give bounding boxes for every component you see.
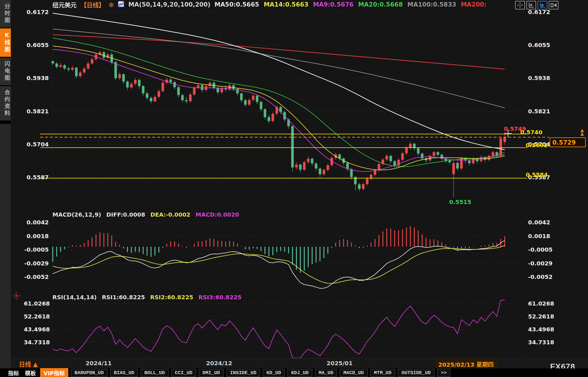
macd-tick-right: -0.0029	[528, 260, 562, 267]
ma-values: MA50:0.5665MA14:0.5663MA9:0.5676MA20:0.5…	[215, 1, 486, 8]
live-burst-icon	[12, 292, 21, 301]
macd-title-row: MACD(26,12,9) DIFF:0.0008 DEA:-0.0002 MA…	[52, 211, 239, 218]
ma-value-label: MA200:	[461, 1, 486, 8]
price-tick-right: 0.6172	[528, 9, 562, 15]
macd-tick-left: 0.0042	[17, 219, 49, 226]
macd-tick-right: -0.0052	[528, 273, 562, 280]
rsi-tick-right: 52.2618	[528, 313, 562, 320]
rsi-tick-left: 52.2618	[17, 313, 50, 320]
axis-fit-icon[interactable]	[526, 1, 536, 9]
ma-value-label: MA100:0.5833	[407, 1, 456, 8]
indicator-tab[interactable]: DMI_UD	[199, 369, 224, 377]
macd-dea-label: DEA:-0.0002	[150, 211, 190, 218]
macd-tick-right: -0.0005	[528, 246, 562, 253]
indicator-tab[interactable]: VIP指标	[40, 368, 68, 377]
macd-tick-left: -0.0029	[17, 260, 49, 267]
add-indicator-icon[interactable]: ⊕	[109, 1, 114, 8]
rsi2-label: RSI2:60.8225	[150, 294, 193, 301]
indicator-tab[interactable]: KD_UD	[263, 369, 285, 377]
month-label: 2024/12	[206, 360, 232, 367]
chart-app: 纽元美元 【日线】 ⊕ MA(50,14,9,20,100,200) MA50:…	[0, 0, 588, 377]
indicator-tab[interactable]: MA_UD	[315, 369, 337, 377]
ma-value-label: MA9:0.5676	[313, 1, 353, 8]
month-label: 2025/01	[327, 360, 353, 367]
price-level-label: 0.5692	[526, 142, 548, 149]
macd-tick-right: 0.0018	[528, 233, 562, 240]
macd-macd-label: MACD:0.0020	[196, 211, 239, 218]
indicator-tab[interactable]: >>	[437, 369, 450, 377]
rsi-tick-right: 43.4968	[528, 326, 562, 333]
ma-params-label: MA(50,14,9,20,100,200)	[128, 1, 210, 8]
indicator-tab-bar: 指标模板VIP指标BARUPDN_UDBIAS_UDBOLL_UDCCI_UDD…	[0, 368, 588, 377]
rsi1-label: RSI1:60.8225	[102, 294, 145, 301]
price-tick-left: 0.6172	[17, 9, 49, 15]
rsi-tick-right: 34.7318	[528, 339, 562, 346]
ma-value-label: MA50:0.5665	[215, 1, 259, 8]
price-tick-left: 0.5821	[17, 108, 49, 115]
mini-chart-icon[interactable]	[118, 1, 124, 9]
price-level-label: 0.5740	[520, 129, 542, 136]
price-level-label: 0.5584	[526, 171, 548, 178]
indicator-tab[interactable]: BIAS_UD	[110, 369, 138, 377]
rsi-title-row: RSI(14,14,14) RSI1:60.8225 RSI2:60.8225 …	[52, 294, 242, 301]
indicator-tab[interactable]: MACD_UD	[340, 369, 367, 377]
period-selector[interactable]: 日线 ▲	[19, 359, 38, 368]
indicator-tab[interactable]: KDJ_UD	[287, 369, 312, 377]
rsi-tick-left: 43.4968	[17, 326, 50, 333]
price-up-arrows-icon: ▲▲	[581, 129, 584, 135]
indicator-tab[interactable]: OUTSIDE_UD	[398, 369, 435, 377]
indicator-tab[interactable]: CCI_UD	[171, 369, 196, 377]
pan-crosshair-icon[interactable]	[515, 1, 525, 9]
rsi3-label: RSI3:60.8225	[198, 294, 242, 301]
sidebar-filler	[0, 124, 11, 368]
rsi-tick-left: 34.7318	[17, 339, 50, 346]
price-tick-left: 0.5587	[17, 174, 49, 181]
price-tick-left: 0.5704	[17, 141, 49, 148]
chart-toolbar	[515, 1, 558, 9]
macd-title: MACD(26,12,9)	[52, 211, 101, 218]
indicator-tab[interactable]: 指标	[6, 368, 21, 377]
price-level-label: 0.5515	[449, 199, 471, 205]
chart-header: 纽元美元 【日线】 ⊕ MA(50,14,9,20,100,200) MA50:…	[52, 1, 486, 9]
ma-value-label: MA14:0.5663	[264, 1, 308, 8]
crosshair-v	[508, 130, 508, 137]
rsi-tick-left: 61.0268	[17, 300, 50, 307]
month-label: 2024/11	[86, 360, 112, 367]
sidebar-item[interactable]: 合约资料	[0, 86, 11, 121]
rsi-title: RSI(14,14,14)	[52, 294, 97, 301]
sidebar-item[interactable]: 闪电图	[0, 58, 11, 85]
indicator-tab[interactable]: MTM_UD	[370, 369, 395, 377]
macd-diff-label: DIFF:0.0008	[106, 211, 145, 218]
axis-track-icon[interactable]	[538, 1, 547, 9]
indicator-tab[interactable]: 模板	[23, 368, 38, 377]
ma-value-label: MA20:0.5668	[358, 1, 403, 8]
rsi-tick-right: 61.0268	[528, 300, 562, 307]
macd-tick-left: -0.0052	[17, 273, 49, 280]
period-tag[interactable]: 【日线】	[81, 0, 105, 9]
indicator-tab[interactable]: BOLL_UD	[141, 369, 168, 377]
price-tick-right: 0.5821	[528, 108, 562, 115]
macd-tick-left: -0.0005	[17, 246, 49, 253]
timeline-bar: 日线 ▲ 2024/112024/122025/01 2025/02/13 星期…	[11, 358, 588, 369]
macd-tick-left: 0.0018	[17, 233, 49, 240]
price-tick-left: 0.5938	[17, 75, 49, 81]
macd-tick-right: 0.0042	[528, 219, 562, 226]
price-tick-right: 0.6055	[528, 42, 562, 48]
price-tick-left: 0.6055	[17, 42, 49, 48]
chart-canvas[interactable]	[0, 0, 588, 377]
highlighted-date: 2025/02/13 星期四	[435, 359, 497, 370]
sidebar-item[interactable]: K线图	[0, 28, 11, 57]
sidebar-item[interactable]: 分时图	[0, 0, 11, 28]
indicator-tab[interactable]: BARUPDN_UD	[71, 369, 108, 377]
indicator-tab[interactable]: INSIDE_UD	[226, 369, 260, 377]
data-shift-icon[interactable]	[549, 1, 558, 9]
symbol-name: 纽元美元	[52, 0, 77, 9]
current-price-box: 0.5729	[550, 137, 586, 147]
price-tick-right: 0.5938	[528, 75, 562, 81]
